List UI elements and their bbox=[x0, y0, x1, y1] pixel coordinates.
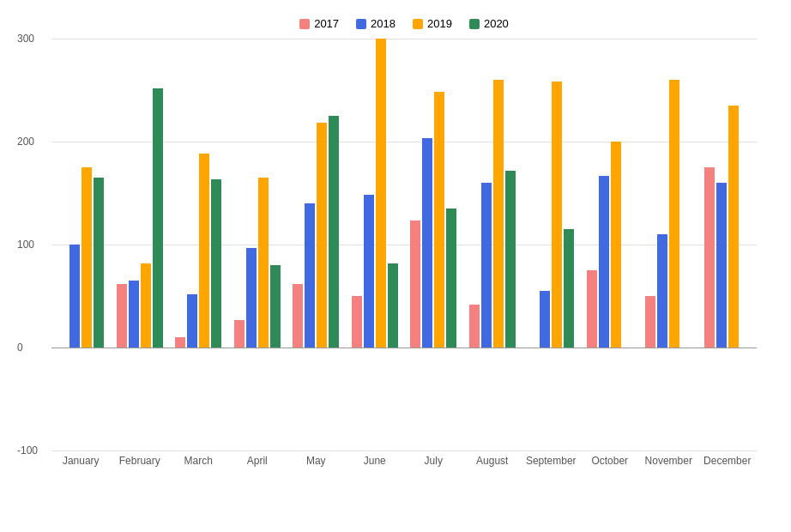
bar-wrapper-august-2018 bbox=[481, 39, 492, 450]
month-group-february bbox=[111, 39, 170, 450]
bar-february-2017 bbox=[117, 284, 127, 348]
bar-wrapper-may-2020 bbox=[329, 39, 339, 450]
bar-wrapper-december-2017 bbox=[704, 39, 715, 450]
grid-label-0: 0 bbox=[17, 342, 23, 354]
bar-wrapper-february-2019 bbox=[141, 39, 151, 450]
bar-wrapper-january-2019 bbox=[82, 39, 92, 450]
legend-item-2017: 2017 bbox=[299, 17, 339, 30]
grid-label-100: 100 bbox=[17, 239, 34, 251]
bar-wrapper-march-2019 bbox=[199, 39, 209, 450]
legend-color-2019 bbox=[413, 19, 423, 29]
bar-wrapper-june-2018 bbox=[364, 39, 374, 450]
bar-september-2020 bbox=[564, 229, 574, 348]
bar-december-2019 bbox=[728, 106, 739, 348]
bar-wrapper-may-2019 bbox=[317, 39, 327, 450]
bar-wrapper-july-2019 bbox=[434, 39, 444, 450]
bar-september-2018 bbox=[540, 291, 550, 348]
bar-april-2017 bbox=[234, 320, 245, 348]
bar-february-2018 bbox=[129, 281, 139, 348]
bar-wrapper-july-2018 bbox=[422, 39, 432, 450]
bar-wrapper-november-2019 bbox=[669, 39, 679, 450]
month-group-january bbox=[51, 39, 111, 450]
chart-area: -1000100200300 bbox=[51, 39, 757, 450]
bar-wrapper-june-2017 bbox=[352, 39, 362, 450]
bar-april-2020 bbox=[270, 265, 281, 348]
bar-wrapper-february-2018 bbox=[129, 39, 139, 450]
x-label-january: January bbox=[51, 455, 111, 467]
legend-label-2019: 2019 bbox=[427, 17, 452, 30]
x-label-october: October bbox=[581, 455, 640, 467]
bar-june-2018 bbox=[364, 195, 374, 348]
bar-wrapper-october-2017 bbox=[587, 39, 597, 450]
bar-march-2020 bbox=[211, 179, 221, 348]
bar-october-2019 bbox=[611, 142, 621, 348]
bar-wrapper-march-2017 bbox=[175, 39, 185, 450]
grid-label-300: 300 bbox=[17, 33, 34, 45]
bar-wrapper-may-2018 bbox=[305, 39, 315, 450]
bar-wrapper-december-2019 bbox=[728, 39, 739, 450]
chart-legend: 2017201820192020 bbox=[51, 17, 757, 30]
bar-january-2018 bbox=[69, 245, 80, 348]
bar-august-2018 bbox=[481, 183, 492, 348]
legend-item-2018: 2018 bbox=[356, 17, 396, 30]
bar-april-2018 bbox=[246, 248, 257, 348]
bar-wrapper-november-2020 bbox=[681, 39, 691, 450]
bar-june-2019 bbox=[376, 39, 386, 348]
bar-wrapper-february-2017 bbox=[117, 39, 127, 450]
bar-wrapper-january-2017 bbox=[57, 39, 68, 450]
bar-wrapper-march-2020 bbox=[211, 39, 221, 450]
x-label-november: November bbox=[639, 455, 698, 467]
bar-wrapper-june-2019 bbox=[376, 39, 386, 450]
x-label-december: December bbox=[698, 455, 758, 467]
bar-february-2019 bbox=[141, 263, 151, 348]
grid-label--100: -100 bbox=[17, 444, 38, 456]
bar-march-2019 bbox=[199, 154, 209, 348]
bar-july-2020 bbox=[446, 209, 456, 348]
bar-june-2020 bbox=[388, 263, 398, 348]
bar-august-2020 bbox=[505, 171, 516, 348]
bar-wrapper-may-2017 bbox=[293, 39, 303, 450]
bar-wrapper-february-2020 bbox=[153, 39, 163, 450]
bar-wrapper-september-2018 bbox=[540, 39, 550, 450]
bar-december-2018 bbox=[716, 183, 727, 348]
x-label-september: September bbox=[522, 455, 581, 467]
bar-march-2018 bbox=[187, 294, 197, 348]
month-group-april bbox=[228, 39, 287, 450]
legend-color-2020 bbox=[469, 19, 480, 29]
month-group-august bbox=[463, 39, 522, 450]
bar-august-2019 bbox=[493, 80, 504, 348]
bar-july-2017 bbox=[410, 221, 420, 348]
bar-wrapper-november-2018 bbox=[657, 39, 667, 450]
x-label-february: February bbox=[111, 455, 170, 467]
x-label-may: May bbox=[287, 455, 346, 467]
bar-wrapper-november-2017 bbox=[645, 39, 655, 450]
bar-march-2017 bbox=[175, 337, 185, 348]
bar-november-2017 bbox=[645, 296, 655, 348]
month-group-october bbox=[581, 39, 640, 450]
legend-item-2019: 2019 bbox=[413, 17, 452, 30]
bar-wrapper-october-2018 bbox=[599, 39, 609, 450]
legend-label-2018: 2018 bbox=[371, 17, 396, 30]
bar-wrapper-january-2018 bbox=[69, 39, 80, 450]
bar-wrapper-september-2019 bbox=[552, 39, 562, 450]
month-group-may bbox=[287, 39, 346, 450]
bar-wrapper-july-2017 bbox=[410, 39, 420, 450]
bar-wrapper-april-2019 bbox=[258, 39, 269, 450]
bar-january-2019 bbox=[82, 167, 92, 348]
bar-may-2019 bbox=[317, 123, 327, 348]
bar-june-2017 bbox=[352, 296, 362, 348]
bar-wrapper-september-2017 bbox=[528, 39, 538, 450]
x-label-april: April bbox=[228, 455, 287, 467]
bar-september-2019 bbox=[552, 82, 562, 348]
grid-line--100 bbox=[51, 450, 757, 451]
legend-item-2020: 2020 bbox=[469, 17, 509, 30]
bar-wrapper-december-2020 bbox=[740, 39, 751, 450]
x-label-june: June bbox=[346, 455, 405, 467]
bar-february-2020 bbox=[153, 88, 163, 348]
chart-container: 2017201820192020 -1000100200300 JanuaryF… bbox=[0, 0, 791, 532]
bar-wrapper-april-2020 bbox=[270, 39, 281, 450]
bar-october-2017 bbox=[587, 270, 597, 348]
bar-wrapper-september-2020 bbox=[564, 39, 574, 450]
x-label-august: August bbox=[463, 455, 522, 467]
bar-wrapper-april-2017 bbox=[234, 39, 245, 450]
